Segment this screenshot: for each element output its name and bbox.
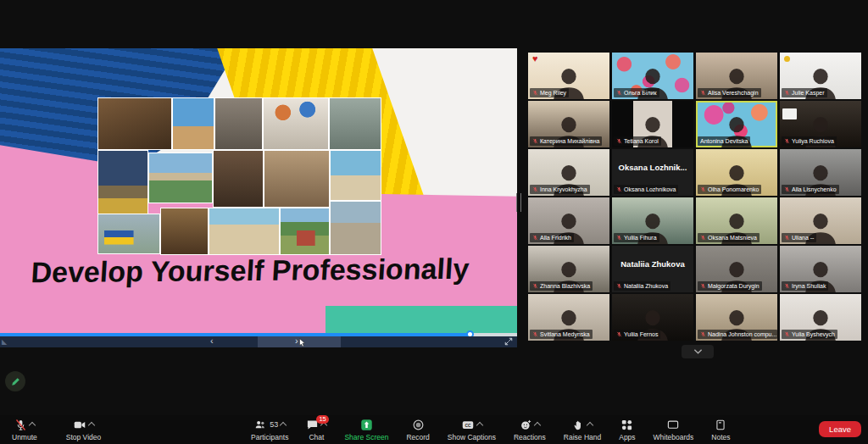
participant-name-label: Meg Riley <box>530 88 569 97</box>
chat-unread-badge: 15 <box>316 415 328 424</box>
collage-photo <box>213 150 264 208</box>
chat-button[interactable]: 15 Chat <box>306 419 326 441</box>
mic-muted-icon <box>616 186 622 192</box>
participant-name-label: Tetiana Korol <box>614 136 661 146</box>
mic-muted-icon <box>700 331 706 337</box>
leave-button[interactable]: Leave <box>819 421 861 437</box>
fullscreen-icon[interactable] <box>504 337 513 346</box>
notes-button[interactable]: Notes <box>711 419 730 441</box>
participants-options-caret[interactable] <box>280 422 287 429</box>
participant-tile[interactable]: Yuliia Fihura <box>612 197 693 244</box>
participant-tile[interactable]: ♥Meg Riley <box>528 53 609 99</box>
apps-button[interactable]: Apps <box>619 419 635 441</box>
mic-muted-icon <box>532 283 538 289</box>
mic-muted-icon <box>784 235 790 241</box>
video-options-caret[interactable] <box>88 422 95 429</box>
participant-tile[interactable]: Oksana Matsnieva <box>696 197 777 244</box>
slide-title: Develop Yourself Professionally <box>8 253 493 290</box>
participant-name-label: Nadina Johnston compu... <box>698 330 777 339</box>
participant-name: Ольга Білик <box>624 89 657 97</box>
reactions-button[interactable]: Reactions <box>514 419 546 441</box>
reactions-options-caret[interactable] <box>534 422 541 429</box>
participant-tile[interactable]: Yuliia Fernos <box>612 294 693 341</box>
participant-tile[interactable]: Iryna Shuliak <box>780 246 861 292</box>
mic-muted-icon <box>532 186 538 192</box>
svg-text:CC: CC <box>465 423 471 428</box>
participant-tile[interactable]: Nadina Johnston compu... <box>696 294 777 341</box>
unmute-options-caret[interactable] <box>29 422 36 429</box>
whiteboards-button[interactable]: Whiteboards <box>654 419 694 441</box>
participant-name: Yuliia Fihura <box>624 234 657 241</box>
mic-muted-icon <box>700 283 706 289</box>
mic-muted-icon <box>784 186 790 192</box>
collage-photo <box>97 150 148 214</box>
share-screen-button[interactable]: Share Screen <box>344 419 388 441</box>
mic-muted-icon <box>784 90 790 96</box>
participant-tile[interactable]: Alisa Vereshchagin <box>696 53 777 99</box>
participant-name: Alla Fridrikh <box>540 234 571 241</box>
participant-tile[interactable]: Yuliya Ruchiova <box>780 101 861 147</box>
participants-button[interactable]: 53 Participants <box>251 419 288 441</box>
mic-muted-icon <box>616 331 622 337</box>
participant-name: Zhanna Blazhivska <box>540 282 590 290</box>
participant-tile[interactable]: Ольга Білик <box>612 53 693 99</box>
show-captions-button[interactable]: CC Show Captions <box>448 419 496 441</box>
participant-tile[interactable]: Antonina Devitska <box>696 101 777 147</box>
participant-name-label: Iryna Shuliak <box>782 281 828 291</box>
mouse-cursor <box>298 338 306 347</box>
mic-muted-icon <box>532 331 538 337</box>
organization-heart-logo: ♥ <box>532 54 538 64</box>
raise-hand-options-caret[interactable] <box>586 422 593 429</box>
video-controls-bar: ◣ ‹ › <box>0 336 517 347</box>
participant-display-name: Oksana Lozhnik... <box>612 163 693 172</box>
shared-screen-view: Develop Yourself Professionally <box>0 48 517 333</box>
more-participants-button[interactable] <box>682 345 714 358</box>
participant-tile[interactable]: Катерина Михайлівна <box>528 101 609 147</box>
participant-tile[interactable]: Małgorzata Durygin <box>696 246 777 292</box>
mic-muted-icon <box>784 138 790 144</box>
collage-photo <box>160 208 209 255</box>
participant-tile[interactable]: Julie Kasper <box>780 53 861 99</box>
annotate-button[interactable] <box>5 371 25 391</box>
participant-name: Катерина Михайлівна <box>540 137 599 145</box>
participant-tile[interactable]: Uliana -- <box>780 197 861 244</box>
gallery-resize-handle[interactable] <box>516 193 521 212</box>
participant-tile[interactable]: Nataliia ZhukovaNataliia Zhukova <box>612 246 693 292</box>
record-button[interactable]: Record <box>406 419 429 441</box>
participant-tile[interactable]: Oksana Lozhnik...Oksana Lozhnikova <box>612 149 693 196</box>
raise-hand-icon <box>573 419 585 431</box>
participant-name-label: Yuliia Fihura <box>614 233 659 242</box>
participant-name-label: Antonina Devitska <box>698 136 750 146</box>
previous-slide-button[interactable]: ‹ <box>210 336 214 347</box>
participant-tile[interactable]: Olha Ponomarenko <box>696 149 777 196</box>
participant-name-label: Yulia Byshevych <box>782 330 837 339</box>
participant-name-label: Svitlana Medynska <box>530 330 593 339</box>
participant-tile[interactable]: Tetiana Korol <box>612 101 693 147</box>
participant-tile[interactable]: Alla Lisnychenko <box>780 149 861 196</box>
captions-icon: CC <box>461 419 475 431</box>
collage-photo <box>97 214 160 254</box>
whiteboards-icon <box>666 419 680 431</box>
mic-muted-icon <box>532 90 538 96</box>
stop-video-button[interactable]: Stop Video <box>66 419 101 441</box>
raise-hand-button[interactable]: Raise Hand <box>564 419 601 441</box>
collage-photo <box>330 201 381 255</box>
participant-name-label: Oksana Lozhnikova <box>614 185 678 194</box>
participant-tile[interactable]: Alla Fridrikh <box>528 197 609 244</box>
participant-name: Oksana Matsnieva <box>708 234 757 241</box>
participant-name: Alisa Vereshchagin <box>708 89 759 97</box>
participant-tile[interactable]: Svitlana Medynska <box>528 294 609 341</box>
mic-muted-icon <box>700 186 706 192</box>
participant-name-label: Nataliia Zhukova <box>614 281 670 291</box>
participant-gallery: ♥Meg RileyОльга БіликAlisa VereshchaginJ… <box>528 53 861 341</box>
participant-tile[interactable]: Inna Kryvokhyzha <box>528 149 609 196</box>
captions-options-caret[interactable] <box>476 422 483 429</box>
participant-name-label: Ольга Білик <box>614 88 659 97</box>
participant-name: Uliana -- <box>792 234 814 241</box>
mic-muted-icon <box>532 138 538 144</box>
participant-tile[interactable]: Zhanna Blazhivska <box>528 246 609 292</box>
mic-muted-icon <box>784 331 790 337</box>
participant-tile[interactable]: Yulia Byshevych <box>780 294 861 341</box>
unmute-button[interactable]: Unmute <box>12 419 37 441</box>
participant-name-label: Inna Kryvokhyzha <box>530 185 590 194</box>
